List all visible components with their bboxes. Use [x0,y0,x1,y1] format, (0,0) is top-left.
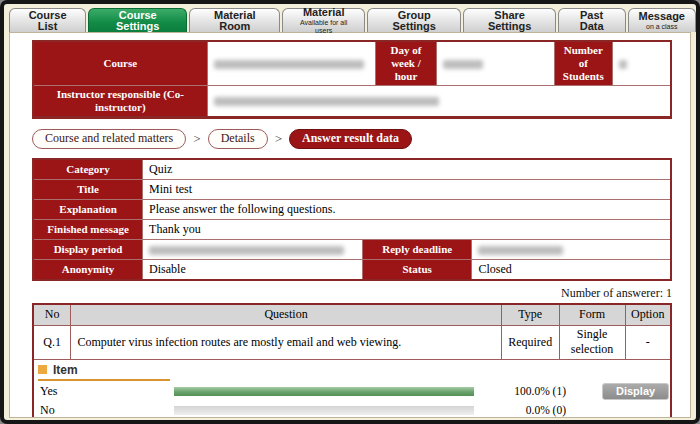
tab-share-settings[interactable]: Share Settings [463,8,555,32]
title-value: Mini test [143,180,671,200]
question-table-header-row: No Question Type Form Option [33,304,671,325]
result-label: No [34,403,174,418]
tab-label: Material Room [200,10,269,32]
table-row: Finished message Thank you [33,220,671,240]
tab-past-data[interactable]: Past Data [558,8,626,32]
tab-label: Course List [20,10,75,32]
item-section: Item Yes 100.0% (1) Display No 0.0% (0) [33,359,671,418]
display-period-value [143,240,363,260]
question-row: Q.1 Computer virus infection routes are … [33,325,671,359]
tab-label: Material [303,7,345,18]
tab-label: Past Data [569,10,615,32]
instructor-value [207,86,671,118]
result-label: Yes [34,384,174,399]
table-row: Display period Reply deadline [33,240,671,260]
question-table: No Question Type Form Option Q.1 Compute… [32,303,672,418]
category-value: Quiz [143,159,671,180]
tab-sublabel: on a class [646,23,678,31]
col-header-option: Option [625,304,671,325]
explanation-value: Please answer the following questions. [143,200,671,220]
tab-bar: Course List Course Settings Material Roo… [4,4,696,32]
breadcrumb-course-matters[interactable]: Course and related matters [32,129,186,149]
result-bar-track [174,387,474,396]
result-row-no: No 0.0% (0) [34,402,670,419]
display-period-label: Display period [33,240,143,260]
redacted-students-value [619,60,627,69]
day-of-week-label: Day of week / hour [375,41,437,86]
course-value [207,41,375,86]
anonymity-label: Anonymity [33,260,143,281]
table-row: Anonymity Disable Status Closed [33,260,671,281]
question-text: Computer virus infection routes are most… [71,325,501,359]
quiz-details-table: Category Quiz Title Mini test Explanatio… [32,158,672,281]
question-form: Single selection [559,325,625,359]
app-window: Course List Course Settings Material Roo… [0,0,700,424]
breadcrumb: Course and related matters > Details > A… [32,129,676,149]
col-header-type: Type [501,304,559,325]
course-info-table: Course Day of week / hour Number of Stud… [32,40,672,119]
reply-deadline-label: Reply deadline [362,240,471,260]
course-label: Course [33,41,207,86]
tab-label: Share Settings [474,10,544,32]
item-section-header: Item [38,363,170,381]
tab-material[interactable]: Material Available for all users [282,8,365,32]
reply-deadline-value [472,240,671,260]
anonymity-value: Disable [143,260,363,281]
display-button[interactable]: Display [602,383,669,400]
table-row: Title Mini test [33,180,671,200]
students-label: Number of Students [554,41,612,86]
result-percent: 100.0% (1) [474,385,566,397]
tab-course-settings[interactable]: Course Settings [88,8,187,32]
tab-course-list[interactable]: Course List [9,8,86,32]
col-header-no: No [33,304,71,325]
tab-sublabel: Available for all users [293,19,354,35]
redacted-reply-deadline [478,246,563,255]
status-value: Closed [472,260,671,281]
students-value [612,41,671,86]
instructor-label: Instructor responsible (Co-instructor) [33,86,207,118]
explanation-label: Explanation [33,200,143,220]
day-of-week-value [437,41,554,86]
table-row: Category Quiz [33,159,671,180]
answer-count: Number of answerer: 1 [32,286,672,301]
breadcrumb-separator: > [193,131,200,147]
question-type: Required [501,325,559,359]
redacted-display-period [149,246,344,255]
tab-message[interactable]: Message on a class [628,8,696,32]
col-header-question: Question [71,304,501,325]
item-section-title: Item [53,363,78,377]
tab-label: Group Settings [378,10,451,32]
result-bar-track [174,406,474,415]
tab-label: Message [639,11,685,22]
finished-message-label: Finished message [33,220,143,240]
category-label: Category [33,159,143,180]
breadcrumb-details[interactable]: Details [208,129,268,149]
tab-label: Course Settings [99,10,176,32]
status-label: Status [362,260,471,281]
redacted-instructor-value [214,97,439,106]
result-row-yes: Yes 100.0% (1) Display [34,383,670,400]
table-row: Explanation Please answer the following … [33,200,671,220]
redacted-day-value [443,60,483,69]
result-bar-fill [174,387,474,396]
breadcrumb-answer-result-data[interactable]: Answer result data [289,129,412,149]
question-no: Q.1 [33,325,71,359]
tab-material-room[interactable]: Material Room [189,8,280,32]
redacted-course-value [214,60,364,69]
question-option: - [625,325,671,359]
col-header-form: Form [559,304,625,325]
result-percent: 0.0% (0) [474,404,566,416]
item-bullet-icon [38,365,47,374]
content-panel: Course Day of week / hour Number of Stud… [9,32,691,418]
breadcrumb-separator: > [275,131,282,147]
title-label: Title [33,180,143,200]
tab-group-settings[interactable]: Group Settings [367,8,462,32]
finished-message-value: Thank you [143,220,671,240]
